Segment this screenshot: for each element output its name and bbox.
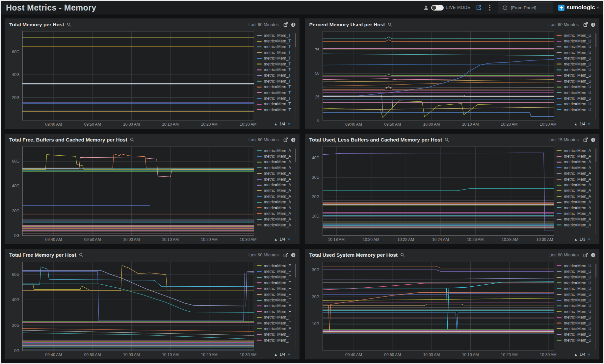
legend-item[interactable]: metric=Mem_T [257,90,294,95]
info-icon[interactable] [591,22,595,27]
legend-item[interactable]: metric=Mem_U [557,38,594,44]
legend-item[interactable]: metric=Mem_U [557,78,594,84]
legend-item[interactable]: metric=Mem_A [557,199,594,205]
legend-item[interactable]: metric=Mem_A [557,165,594,170]
legend-item[interactable]: metric=Mem_A [557,182,594,188]
legend-item[interactable]: metric=Mem_A [557,205,594,211]
copy-panel-icon[interactable] [583,252,588,257]
legend-item[interactable]: metric=Mem_A [257,194,294,199]
legend-item[interactable]: metric=Mem_U [557,332,594,337]
legend-item[interactable]: metric=Mem_F [257,269,294,274]
legend-item[interactable]: metric=Mem_U [557,61,594,67]
legend-item[interactable]: metric=Mem_T [257,44,294,50]
legend-item[interactable]: metric=Mem_U [557,107,594,113]
legend-item[interactable]: metric=Mem_A [257,165,294,170]
legend-item[interactable]: metric=Mem_T [257,56,294,61]
time-range-input[interactable]: [From Panel] [498,2,553,13]
chart-plot[interactable] [22,262,254,351]
legend-item[interactable]: metric=Mem_U [557,297,594,303]
kebab-menu-icon[interactable] [487,4,492,11]
legend-item[interactable]: metric=Mem_U [557,67,594,72]
legend-item[interactable]: metric=Mem_A [257,182,294,188]
zoom-icon[interactable] [388,22,392,27]
page-up-icon[interactable]: ▲ [274,352,277,356]
page-up-icon[interactable]: ▲ [574,237,578,241]
info-icon[interactable] [291,22,296,27]
chart-plot[interactable] [323,146,554,236]
legend-item[interactable]: metric=Mem_A [557,222,594,228]
legend-scrollbar-thumb[interactable] [295,148,296,162]
legend-item[interactable]: metric=Mem_T [257,78,294,84]
page-down-icon[interactable]: ▼ [287,352,291,356]
legend-item[interactable]: metric=Mem_F [257,286,294,292]
legend-item[interactable]: metric=Mem_U [557,73,594,78]
legend-item[interactable]: metric=Mem_A [557,211,594,216]
legend-item[interactable]: metric=Mem_F [257,297,294,303]
legend-item[interactable]: metric=Mem_F [257,326,294,331]
legend-item[interactable]: metric=Mem_T [257,101,294,107]
page-down-icon[interactable]: ▼ [587,237,591,241]
legend-item[interactable]: metric=Mem_A [257,171,294,176]
chart-plot[interactable] [22,146,254,236]
legend-item[interactable]: metric=Mem_T [257,73,294,78]
copy-panel-icon[interactable] [583,22,588,27]
legend-item[interactable]: metric=Mem_U [557,320,594,326]
info-icon[interactable] [291,253,296,257]
legend-item[interactable]: metric=Mem_A [557,176,594,182]
page-up-icon[interactable]: ▲ [574,352,578,356]
legend-item[interactable]: metric=Mem_U [557,90,594,95]
page-up-icon[interactable]: ▲ [274,122,277,126]
copy-panel-icon[interactable] [283,252,288,257]
legend-item[interactable]: metric=Mem_A [257,222,294,228]
legend-item[interactable]: metric=Mem_A [257,211,294,216]
legend-item[interactable]: metric=Mem_A [557,194,594,199]
legend-item[interactable]: metric=Mem_U [557,286,594,292]
chart-plot[interactable] [22,31,254,120]
legend-scrollbar-thumb[interactable] [595,264,596,277]
copy-panel-icon[interactable] [283,22,288,27]
legend-item[interactable]: metric=Mem_U [557,33,594,38]
legend-item[interactable]: metric=Mem_U [557,44,594,50]
legend-item[interactable]: metric=Mem_T [257,33,294,38]
legend-item[interactable]: metric=Mem_F [257,332,294,337]
zoom-icon[interactable] [400,253,405,257]
legend-item[interactable]: metric=Mem_T [257,107,294,113]
legend-item[interactable]: metric=Mem_F [257,309,294,314]
legend-item[interactable]: metric=Mem_A [257,205,294,211]
chart-plot[interactable] [323,31,554,120]
zoom-icon[interactable] [445,138,449,142]
legend-item[interactable]: metric=Mem_A [257,153,294,159]
legend-item[interactable]: metric=Mem_U [557,274,594,280]
legend-item[interactable]: metric=Mem_U [557,56,594,61]
legend-item[interactable]: metric=Mem_F [257,292,294,297]
info-icon[interactable] [591,138,595,142]
legend-item[interactable]: metric=Mem_U [557,315,594,320]
legend-item[interactable]: metric=Mem_U [557,269,594,274]
legend-item[interactable]: metric=Mem_U [557,84,594,90]
page-down-icon[interactable]: ▼ [587,122,591,126]
copy-panel-icon[interactable] [583,137,588,142]
legend-scrollbar-thumb[interactable] [295,33,296,47]
legend-item[interactable]: metric=Mem_A [557,148,594,153]
legend-item[interactable]: metric=Mem_F [257,280,294,286]
legend-item[interactable]: metric=Mem_U [557,337,594,343]
legend-item[interactable]: metric=Mem_A [557,188,594,194]
legend-item[interactable]: metric=Mem_T [257,84,294,90]
legend-item[interactable]: metric=Mem_U [557,263,594,269]
legend-item[interactable]: metric=Mem_T [257,50,294,55]
legend-item[interactable]: metric=Mem_F [257,337,294,343]
legend-item[interactable]: metric=Mem_F [257,274,294,280]
page-up-icon[interactable]: ▲ [574,122,578,126]
legend-item[interactable]: metric=Mem_A [257,217,294,222]
legend-item[interactable]: metric=Mem_U [557,50,594,55]
legend-item[interactable]: metric=Mem_A [557,171,594,176]
legend-item[interactable]: metric=Mem_A [257,159,294,165]
legend-item[interactable]: metric=Mem_A [557,217,594,222]
legend-item[interactable]: metric=Mem_A [257,148,294,153]
page-down-icon[interactable]: ▼ [287,237,291,241]
live-mode-toggle[interactable] [431,5,444,11]
zoom-icon[interactable] [130,138,134,142]
legend-item[interactable]: metric=Mem_T [257,95,294,101]
page-down-icon[interactable]: ▼ [287,122,291,126]
legend-item[interactable]: metric=Mem_U [557,292,594,297]
